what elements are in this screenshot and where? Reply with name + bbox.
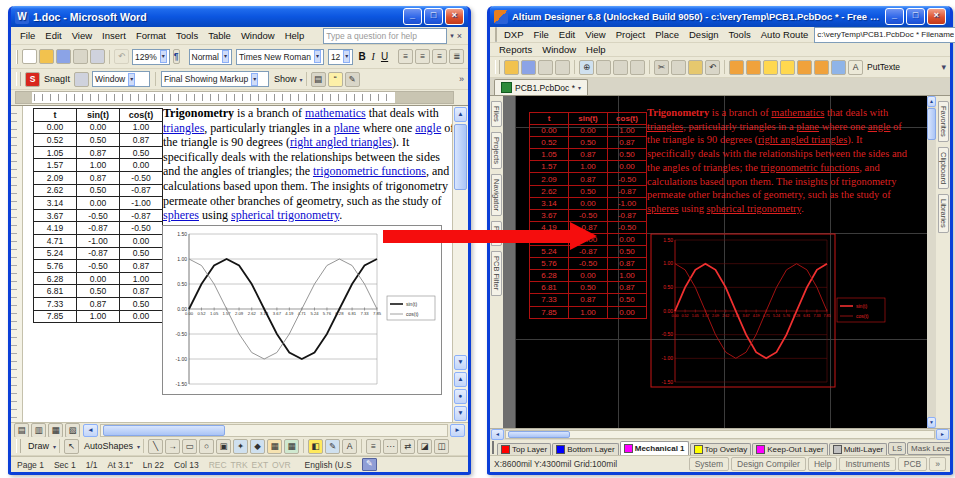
- maximize-button[interactable]: □: [424, 8, 443, 25]
- document-path-combo[interactable]: c:\veryTemp\PCB1.PcbDoc * Filename ▾: [814, 27, 955, 43]
- align-left-icon[interactable]: ≡: [398, 49, 413, 64]
- place-arc-icon[interactable]: [780, 60, 795, 75]
- pcb-canvas[interactable]: tsin(t)cos(t)0.000.001.000.520.500.871.0…: [516, 96, 927, 428]
- help-question-box[interactable]: Type a question for help: [323, 28, 447, 44]
- close-document-icon[interactable]: ×: [455, 31, 464, 41]
- hyperlink[interactable]: trigonometric functions: [760, 162, 859, 173]
- place-text-icon[interactable]: A: [848, 60, 863, 75]
- altium-menu-design[interactable]: Design: [684, 28, 724, 41]
- embedded-chart[interactable]: 1.501.000.500.00-0.50-1.00-1.500.000.521…: [162, 225, 442, 395]
- panel-button-system[interactable]: System: [689, 457, 729, 471]
- layer-tab-multi-layer[interactable]: Multi-Layer: [829, 443, 888, 455]
- scroll-right-icon[interactable]: ►: [936, 429, 949, 440]
- fill-color-icon[interactable]: ◧: [308, 439, 323, 454]
- word-menu-view[interactable]: View: [67, 29, 97, 42]
- undo-icon[interactable]: ↶: [705, 60, 720, 75]
- hyperlink[interactable]: mathematics: [305, 106, 366, 120]
- hyperlink[interactable]: right angled triangles: [290, 135, 392, 149]
- altium-menu-place[interactable]: Place: [650, 28, 684, 41]
- new-document-icon[interactable]: [22, 49, 37, 64]
- textbox-icon[interactable]: ▣: [216, 439, 231, 454]
- panel-button-design-compiler[interactable]: Design Compiler: [731, 457, 806, 471]
- panel-button-instruments[interactable]: Instruments: [839, 457, 895, 471]
- status-flag-ovr[interactable]: OVR: [272, 460, 290, 470]
- hyperlink[interactable]: spherical trigonometry: [231, 208, 339, 222]
- vertical-ruler[interactable]: [11, 106, 23, 422]
- panel-tab-projects[interactable]: Projects: [491, 132, 502, 169]
- minimize-button[interactable]: _: [885, 8, 904, 25]
- panel-tab-files[interactable]: Files: [491, 101, 502, 127]
- hyperlink[interactable]: spheres: [647, 203, 679, 214]
- horizontal-scroll-track[interactable]: [505, 430, 935, 439]
- panel-overflow-button[interactable]: »: [929, 457, 946, 471]
- place-coordinate-icon[interactable]: [831, 60, 846, 75]
- undo-icon[interactable]: ↶: [114, 49, 129, 64]
- hyperlink[interactable]: spheres: [163, 208, 199, 222]
- horizontal-scroll-thumb[interactable]: [508, 431, 570, 438]
- toolbar-handle[interactable]: [16, 72, 21, 86]
- layer-tab-mechanical-1[interactable]: Mechanical 1: [620, 441, 689, 455]
- markup-state-combo[interactable]: Final Showing Markup ▾: [161, 71, 269, 87]
- hyperlink[interactable]: mathematics: [771, 107, 824, 118]
- horizontal-ruler[interactable]: [15, 91, 454, 104]
- style-combo[interactable]: Normal ▾: [189, 49, 232, 65]
- draw-menu-button[interactable]: Draw: [24, 440, 53, 452]
- place-polygon-icon[interactable]: [797, 60, 812, 75]
- font-size-combo[interactable]: 12 ▾: [328, 49, 353, 65]
- previous-page-icon[interactable]: ▲: [454, 372, 467, 387]
- insert-comment-icon[interactable]: “: [328, 72, 343, 87]
- line-style-icon[interactable]: ≡: [366, 439, 381, 454]
- chevron-down-icon[interactable]: ▾: [450, 32, 454, 40]
- toolbar-handle[interactable]: [16, 50, 18, 64]
- clear-filter-icon[interactable]: [630, 60, 645, 75]
- scroll-thumb[interactable]: [454, 124, 467, 190]
- word-titlebar[interactable]: W 1.doc - Microsoft Word _ □ ×: [11, 6, 468, 27]
- font-color-2-icon[interactable]: A: [342, 439, 357, 454]
- web-layout-icon[interactable]: ▥: [31, 423, 46, 438]
- dash-style-icon[interactable]: ⋯: [383, 439, 398, 454]
- hyperlink[interactable]: spherical trigonometry: [707, 203, 802, 214]
- show-markup-button[interactable]: Show: [271, 74, 300, 84]
- underline-button[interactable]: U: [381, 51, 388, 62]
- arrow-style-icon[interactable]: ⇄: [400, 439, 415, 454]
- cut-icon[interactable]: ✂: [654, 60, 669, 75]
- open-icon[interactable]: [504, 60, 519, 75]
- scroll-track[interactable]: [927, 141, 936, 417]
- scroll-right-icon[interactable]: ►: [450, 424, 465, 437]
- browse-object-icon[interactable]: ●: [454, 389, 467, 404]
- italic-button[interactable]: I: [372, 51, 375, 62]
- hyperlink[interactable]: plane: [334, 121, 360, 135]
- word-menu-format[interactable]: Format: [131, 29, 171, 42]
- word-menu-edit[interactable]: Edit: [40, 29, 66, 42]
- canvas-horizontal-scrollbar[interactable]: ◄ ►: [490, 428, 950, 440]
- hyperlink[interactable]: angle: [868, 121, 891, 132]
- altium-menu-file[interactable]: File: [529, 28, 554, 41]
- select-objects-icon[interactable]: ↖: [64, 439, 79, 454]
- ls-button[interactable]: LS: [888, 442, 906, 455]
- altium-menu-edit[interactable]: Edit: [554, 28, 580, 41]
- hyperlink[interactable]: angle: [415, 121, 441, 135]
- word-menu-file[interactable]: File: [15, 29, 40, 42]
- hyperlink[interactable]: plane: [796, 121, 819, 132]
- toolbar-handle[interactable]: [16, 439, 21, 453]
- show-hide-pilcrow-icon[interactable]: ¶: [173, 49, 180, 64]
- status-flag-rec[interactable]: REC: [209, 460, 227, 470]
- layer-tab-top-overlay[interactable]: Top Overlay: [690, 443, 752, 455]
- save-icon[interactable]: [521, 60, 536, 75]
- select-area-icon[interactable]: [596, 60, 611, 75]
- zoom-fit-icon[interactable]: ⊕: [579, 60, 594, 75]
- dxp-logo-icon[interactable]: [495, 27, 497, 42]
- zoom-combo[interactable]: 129% ▾: [132, 49, 170, 65]
- scroll-track[interactable]: [453, 191, 468, 354]
- close-button[interactable]: ×: [445, 8, 464, 25]
- horizontal-scroll-track[interactable]: [100, 424, 448, 437]
- scroll-up-icon[interactable]: ▲: [454, 107, 467, 122]
- shadow-icon[interactable]: ◪: [417, 439, 432, 454]
- line-icon[interactable]: ╲: [148, 439, 163, 454]
- word-menu-window[interactable]: Window: [236, 29, 280, 42]
- hyperlink[interactable]: triangles: [163, 121, 204, 135]
- word-menu-help[interactable]: Help: [280, 29, 310, 42]
- capture-window-combo[interactable]: Window ▾: [92, 71, 150, 87]
- layer-tab-bottom-layer[interactable]: Bottom Layer: [552, 443, 619, 455]
- scroll-up-icon[interactable]: ▲: [927, 96, 936, 107]
